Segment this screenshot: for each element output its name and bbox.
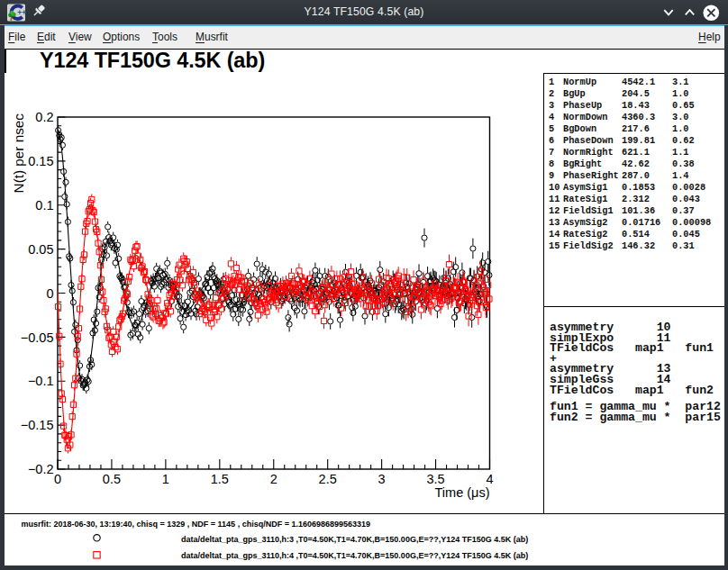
svg-text:0.15: 0.15	[28, 154, 53, 168]
svg-text:2.5: 2.5	[319, 472, 337, 486]
svg-text:0.1: 0.1	[35, 198, 53, 213]
svg-text:1: 1	[162, 472, 169, 486]
svg-text:0.5: 0.5	[103, 472, 121, 486]
svg-text:N(t) per nsec: N(t) per nsec	[11, 113, 26, 194]
svg-text:−0.15: −0.15	[21, 418, 54, 432]
svg-text:−0.2: −0.2	[28, 462, 54, 476]
svg-text:0: 0	[46, 286, 53, 301]
svg-text:Time (μs): Time (μs)	[435, 485, 490, 500]
svg-text:3: 3	[378, 472, 386, 486]
svg-text:0: 0	[54, 472, 61, 486]
svg-text:0.05: 0.05	[28, 242, 53, 257]
svg-text:3.5: 3.5	[427, 472, 445, 486]
svg-text:−0.05: −0.05	[21, 330, 54, 345]
svg-text:−0.1: −0.1	[28, 374, 54, 388]
svg-text:0.2: 0.2	[35, 110, 53, 124]
svg-text:2: 2	[270, 472, 278, 486]
svg-text:4: 4	[486, 472, 493, 486]
svg-text:1.5: 1.5	[211, 472, 229, 486]
